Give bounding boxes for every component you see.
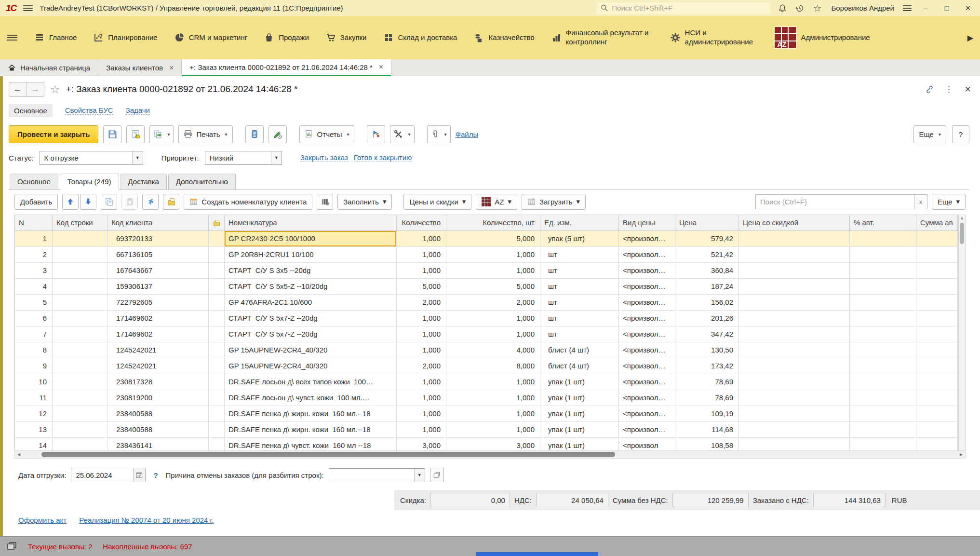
cell-qty[interactable]: 1,000 — [397, 422, 446, 438]
col-header-price[interactable]: Цена — [675, 215, 739, 231]
cell-price[interactable]: 109,19 — [675, 406, 739, 422]
col-header-price-kind[interactable]: Вид цены — [619, 215, 675, 231]
cell-discount-price[interactable] — [739, 231, 850, 247]
tab-home[interactable]: Начальная страница — [0, 59, 98, 76]
form-more-button[interactable]: Еще▾ — [913, 125, 946, 143]
ribbon-item-warehouse[interactable]: Склад и доставка — [375, 16, 466, 59]
cell-price[interactable]: 360,84 — [675, 263, 739, 279]
cell-discount-price[interactable] — [739, 247, 850, 263]
table-row[interactable]: 6 171469602 СТАРТ С/У S 5x7-Z --20dg 1,0… — [15, 311, 958, 326]
cell-qty-pcs[interactable]: 2,000 — [446, 295, 540, 311]
create-client-nomenclature-button[interactable]: Создать номенклатуру клиента — [184, 194, 312, 210]
cell-qty-pcs[interactable]: 1,000 — [446, 263, 540, 279]
cell-qty[interactable]: 1,000 — [397, 263, 446, 279]
cell-unit[interactable]: шт — [540, 263, 619, 279]
cell-unit[interactable]: упак (1 шт) — [540, 374, 619, 390]
cell-nomenclature[interactable]: СТАРТ С/У S 3x5 --20dg — [225, 263, 397, 279]
cell-sum-auto[interactable] — [916, 422, 958, 438]
discuss-button[interactable] — [367, 125, 385, 143]
cell-discount-price[interactable] — [739, 263, 850, 279]
cell-price[interactable]: 521,42 — [675, 247, 739, 263]
cell-unit[interactable]: упак (5 шт) — [540, 231, 619, 247]
cell-discount-price[interactable] — [739, 295, 850, 311]
cell-discount-price[interactable] — [739, 311, 850, 326]
cell-flag[interactable] — [209, 311, 225, 326]
cell-price[interactable]: 156,02 — [675, 295, 739, 311]
cell-qty[interactable]: 5,000 — [397, 279, 446, 295]
prices-discounts-button[interactable]: Цены и скидки▾ — [403, 194, 471, 210]
cell-unit[interactable]: шт — [540, 295, 619, 311]
cell-unit[interactable]: шт — [540, 311, 619, 326]
ready-to-close-link[interactable]: Готов к закрытию — [354, 153, 412, 162]
minimize-button[interactable]: – — [918, 4, 933, 12]
cell-row-code[interactable] — [53, 390, 107, 406]
table-row[interactable]: 9 1245242021 GP 15AUPNEW-2CR4_40/320 2,0… — [15, 358, 958, 374]
ribbon-item-finance[interactable]: Финансовый результат и контроллинг — [543, 16, 662, 59]
user-name[interactable]: Боровиков Андрей — [831, 4, 894, 12]
cell-sum-auto[interactable] — [916, 279, 958, 295]
post-document-button[interactable] — [126, 125, 145, 143]
cell-sum-auto[interactable] — [916, 326, 958, 342]
col-header-unit[interactable]: Ед. изм. — [540, 215, 619, 231]
fill-button[interactable]: Заполнить▾ — [337, 194, 392, 210]
cell-pct-auto[interactable] — [850, 279, 916, 295]
cell-n[interactable]: 7 — [15, 326, 53, 342]
horizontal-scrollbar[interactable]: ◀ ▶ — [14, 450, 966, 459]
cell-price-kind[interactable]: <произвол… — [619, 390, 675, 406]
cell-flag[interactable] — [209, 342, 225, 358]
close-form-icon[interactable]: ✕ — [965, 84, 971, 95]
cell-qty[interactable]: 1,000 — [397, 311, 446, 326]
cell-client-code[interactable]: 722792605 — [107, 295, 209, 311]
save-button[interactable] — [103, 125, 121, 143]
scroll-left-icon[interactable]: ◀ — [15, 452, 23, 457]
cell-qty-pcs[interactable]: 1,000 — [446, 390, 540, 406]
cell-row-code[interactable] — [53, 342, 107, 358]
ribbon-item-sales[interactable]: Продажи — [255, 16, 317, 59]
copy-row-button[interactable] — [101, 194, 117, 210]
cell-price[interactable]: 114,68 — [675, 422, 739, 438]
cell-price-kind[interactable]: <произвол… — [619, 342, 675, 358]
cell-sum-auto[interactable] — [916, 231, 958, 247]
help-button[interactable]: ? — [952, 125, 969, 143]
table-row[interactable]: 4 159306137 СТАРТ С/У S 5x5-Z --10/20dg … — [15, 279, 958, 295]
cell-client-code[interactable]: 667136105 — [107, 247, 209, 263]
cell-pct-auto[interactable] — [850, 342, 916, 358]
cell-flag[interactable] — [209, 406, 225, 422]
cell-client-code[interactable]: 230819200 — [107, 390, 209, 406]
cell-pct-auto[interactable] — [850, 374, 916, 390]
tab-main[interactable]: Основное — [10, 174, 58, 190]
cell-pct-auto[interactable] — [850, 247, 916, 263]
table-row[interactable]: 10 230817328 DR.SAFE лосьон д\ всех типо… — [15, 374, 958, 390]
system-menu-icon[interactable] — [23, 5, 33, 11]
cell-client-code[interactable]: 693720133 — [107, 231, 209, 247]
cell-row-code[interactable] — [53, 406, 107, 422]
cell-qty-pcs[interactable]: 4,000 — [446, 342, 540, 358]
ribbon-item-nsi-admin[interactable]: НСИ и администрирование — [662, 16, 765, 59]
cell-discount-price[interactable] — [739, 374, 850, 390]
cell-sum-auto[interactable] — [916, 311, 958, 326]
scroll-right-icon[interactable]: ▶ — [957, 452, 965, 457]
cell-qty-pcs[interactable]: 8,000 — [446, 358, 540, 374]
add-row-button[interactable]: Добавить — [14, 194, 58, 210]
cell-n[interactable]: 6 — [15, 311, 53, 326]
structure-button[interactable] — [245, 125, 264, 143]
cell-client-code[interactable]: 171469602 — [107, 311, 209, 326]
cell-n[interactable]: 5 — [15, 295, 53, 311]
cell-price[interactable]: 187,24 — [675, 279, 739, 295]
windows-icon[interactable] — [7, 541, 17, 552]
cell-qty[interactable]: 1,000 — [397, 406, 446, 422]
cell-qty[interactable]: 1,000 — [397, 390, 446, 406]
realization-link[interactable]: Реализация № 20074 от 20 июня 2024 г. — [79, 516, 214, 524]
table-row[interactable]: 8 1245242021 GP 15AUPNEW-2CR4_40/320 1,0… — [15, 342, 958, 358]
cell-discount-price[interactable] — [739, 279, 850, 295]
status-select[interactable]: К отгрузке ▼ — [40, 151, 143, 165]
move-up-button[interactable] — [62, 194, 79, 210]
col-header-row-code[interactable]: Код строки — [53, 215, 107, 231]
ribbon-item-treasury[interactable]: Казначейство — [465, 16, 542, 59]
cell-n[interactable]: 12 — [15, 406, 53, 422]
cell-client-code[interactable]: 159306137 — [107, 279, 209, 295]
chevron-down-icon[interactable]: ▼ — [271, 151, 282, 164]
navlink-main[interactable]: Основное — [9, 104, 53, 117]
cell-qty-pcs[interactable]: 5,000 — [446, 231, 540, 247]
open-reason-button[interactable] — [430, 468, 444, 482]
